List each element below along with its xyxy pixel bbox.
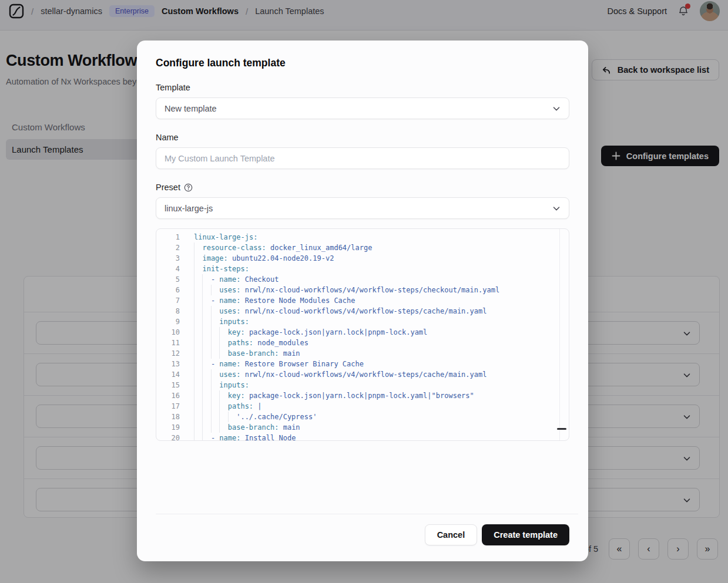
indent-guide xyxy=(194,242,202,253)
indent-guide xyxy=(202,306,210,316)
indent-guide xyxy=(202,274,210,285)
help-circle-icon[interactable] xyxy=(184,183,193,192)
code-line: 2resource-class: docker_linux_amd64/larg… xyxy=(156,242,569,253)
code-line: 1linux-large-js: xyxy=(156,232,569,242)
line-number: 13 xyxy=(156,359,180,369)
preset-select-value: linux-large-js xyxy=(165,204,213,213)
indent-guide xyxy=(194,359,202,369)
line-number: 6 xyxy=(156,285,180,295)
yaml-code-editor[interactable]: 1linux-large-js:2resource-class: docker_… xyxy=(156,228,569,441)
editor-scrollbar-thumb[interactable] xyxy=(557,428,566,430)
yaml-value: Checkout xyxy=(240,274,279,285)
template-field-label: Template xyxy=(156,83,569,92)
template-select[interactable]: New template xyxy=(156,97,569,119)
yaml-value: Restore Browser Binary Cache xyxy=(240,359,364,369)
indent-guide xyxy=(219,390,227,401)
indent-guide xyxy=(202,433,210,441)
code-line: 5- name: Checkout xyxy=(156,274,569,285)
indent-guide xyxy=(194,380,202,390)
indent-guide xyxy=(211,390,219,401)
indent-guide xyxy=(211,327,219,338)
indent-guide xyxy=(211,338,219,348)
indent-guide xyxy=(202,338,210,348)
indent-guide xyxy=(202,316,210,327)
code-line: 15inputs: xyxy=(156,380,569,390)
yaml-dash: - xyxy=(211,295,219,306)
code-line: 9inputs: xyxy=(156,316,569,327)
yaml-key: name: xyxy=(219,359,240,369)
indent-guide xyxy=(194,253,202,264)
indent-guide xyxy=(219,327,227,338)
modal-title: Configure launch template xyxy=(156,57,569,69)
yaml-dash: - xyxy=(211,359,219,369)
yaml-key: inputs: xyxy=(219,316,249,327)
code-line: 16key: package-lock.json|yarn.lock|pnpm-… xyxy=(156,390,569,401)
yaml-key: base-branch: xyxy=(228,348,279,359)
yaml-value: | xyxy=(253,401,261,412)
code-line: 3image: ubuntu22.04-node20.19-v2 xyxy=(156,253,569,264)
line-number: 15 xyxy=(156,380,180,390)
indent-guide xyxy=(202,295,210,306)
indent-guide xyxy=(194,369,202,380)
yaml-key: key: xyxy=(228,327,245,338)
yaml-key: name: xyxy=(219,433,240,441)
code-line: 7- name: Restore Node Modules Cache xyxy=(156,295,569,306)
code-line: 18'../.cache/Cypress' xyxy=(156,412,569,422)
line-number: 9 xyxy=(156,316,180,327)
indent-guide xyxy=(211,369,219,380)
yaml-value: package-lock.json|yarn.lock|pnpm-lock.ya… xyxy=(245,390,474,401)
indent-guide xyxy=(211,380,219,390)
yaml-key: uses: xyxy=(219,285,240,295)
indent-guide xyxy=(202,327,210,338)
create-template-button[interactable]: Create template xyxy=(482,524,569,545)
code-line: 17paths: | xyxy=(156,401,569,412)
line-number: 4 xyxy=(156,264,180,274)
yaml-value: nrwl/nx-cloud-workflows/v4/workflow-step… xyxy=(240,285,499,295)
indent-guide xyxy=(211,348,219,359)
code-line: 20- name: Install Node xyxy=(156,433,569,441)
indent-guide xyxy=(202,380,210,390)
yaml-key: base-branch: xyxy=(228,422,279,433)
line-number: 14 xyxy=(156,369,180,380)
name-field-label: Name xyxy=(156,133,569,142)
indent-guide xyxy=(194,412,202,422)
yaml-value: nrwl/nx-cloud-workflows/v4/workflow-step… xyxy=(240,306,487,316)
yaml-value: ubuntu22.04-node20.19-v2 xyxy=(228,253,334,264)
name-input-value: My Custom Launch Template xyxy=(165,154,275,163)
code-line: 4init-steps: xyxy=(156,264,569,274)
indent-guide xyxy=(194,264,202,274)
indent-guide xyxy=(211,401,219,412)
indent-guide xyxy=(194,338,202,348)
indent-guide xyxy=(194,295,202,306)
indent-guide xyxy=(219,412,227,422)
yaml-value: Install Node xyxy=(240,433,296,441)
indent-guide xyxy=(194,401,202,412)
indent-guide xyxy=(219,338,227,348)
indent-guide xyxy=(202,390,210,401)
indent-guide xyxy=(194,274,202,285)
yaml-key: paths: xyxy=(228,338,253,348)
indent-guide xyxy=(219,422,227,433)
indent-guide xyxy=(194,306,202,316)
line-number: 19 xyxy=(156,422,180,433)
yaml-key: inputs: xyxy=(219,380,249,390)
code-line: 12base-branch: main xyxy=(156,348,569,359)
yaml-value: nrwl/nx-cloud-workflows/v4/workflow-step… xyxy=(240,369,487,380)
line-number: 5 xyxy=(156,274,180,285)
indent-guide xyxy=(202,401,210,412)
yaml-key: linux-large-js: xyxy=(194,232,257,242)
indent-guide xyxy=(211,285,219,295)
editor-scrollbar-track xyxy=(559,229,560,440)
yaml-value: package-lock.json|yarn.lock|pnpm-lock.ya… xyxy=(245,327,428,338)
code-line: 14uses: nrwl/nx-cloud-workflows/v4/workf… xyxy=(156,369,569,380)
code-line: 8uses: nrwl/nx-cloud-workflows/v4/workfl… xyxy=(156,306,569,316)
name-input[interactable]: My Custom Launch Template xyxy=(156,147,569,169)
code-line: 11paths: node_modules xyxy=(156,338,569,348)
yaml-value: docker_linux_amd64/large xyxy=(266,242,373,253)
configure-launch-template-modal: Configure launch template Template New t… xyxy=(137,41,588,561)
preset-select[interactable]: linux-large-js xyxy=(156,197,569,219)
code-lines: 1linux-large-js:2resource-class: docker_… xyxy=(156,232,569,441)
line-number: 2 xyxy=(156,242,180,253)
cancel-button[interactable]: Cancel xyxy=(425,524,478,545)
line-number: 7 xyxy=(156,295,180,306)
